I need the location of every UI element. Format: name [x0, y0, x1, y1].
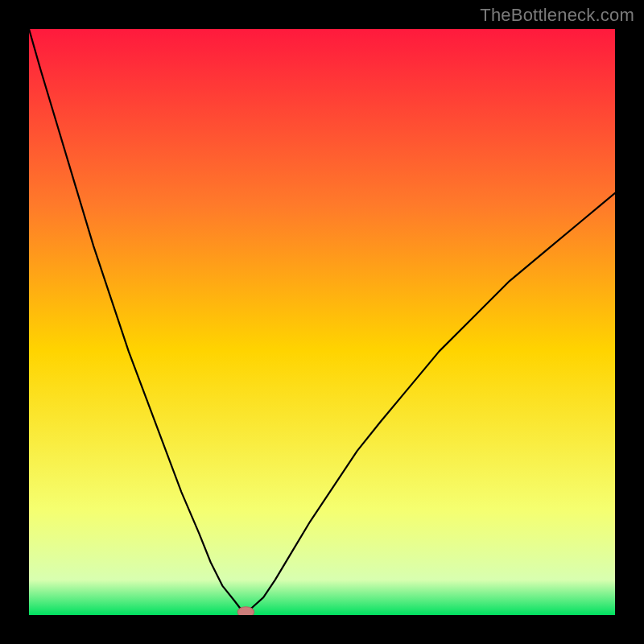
optimal-point-marker: [237, 607, 254, 615]
plot-area: [29, 29, 615, 615]
gradient-background: [29, 29, 615, 615]
chart-frame: TheBottleneck.com: [0, 0, 644, 644]
watermark-text: TheBottleneck.com: [480, 5, 634, 26]
chart-svg: [29, 29, 615, 615]
